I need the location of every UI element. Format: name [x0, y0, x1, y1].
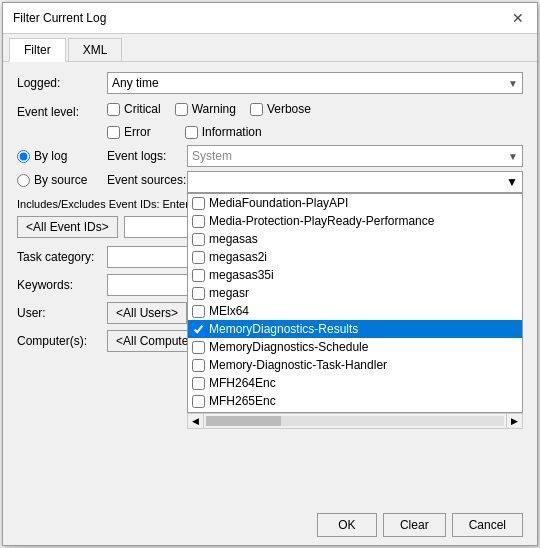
- list-item[interactable]: Microsoft DLNA Namespace: [188, 410, 522, 413]
- event-sources-list[interactable]: MediaFoundation-PlayAPI Media-Protection…: [187, 193, 523, 413]
- list-item[interactable]: MElx64: [188, 302, 522, 320]
- information-label: Information: [202, 125, 262, 139]
- item-label: megasr: [209, 286, 249, 300]
- scroll-track[interactable]: [206, 416, 504, 426]
- item-checkbox[interactable]: [192, 215, 205, 228]
- list-item[interactable]: megasas35i: [188, 266, 522, 284]
- list-item[interactable]: megasas2i: [188, 248, 522, 266]
- item-checkbox[interactable]: [192, 377, 205, 390]
- bylog-row: By log Event logs: System ▼: [17, 145, 523, 167]
- bysource-row: By source Event sources: ▼ MediaFoundati…: [17, 171, 523, 193]
- information-checkbox-label[interactable]: Information: [185, 125, 262, 139]
- item-checkbox[interactable]: [192, 287, 205, 300]
- event-logs-value: System: [192, 149, 232, 163]
- logged-dropdown-arrow: ▼: [508, 78, 518, 89]
- list-item-selected[interactable]: MemoryDiagnostics-Results: [188, 320, 522, 338]
- information-checkbox[interactable]: [185, 126, 198, 139]
- logged-value: Any time: [112, 76, 159, 90]
- event-logs-arrow: ▼: [508, 151, 518, 162]
- dialog-content: Logged: Any time ▼ Event level: Critical…: [3, 62, 537, 368]
- scroll-right-button[interactable]: ▶: [506, 414, 522, 428]
- all-event-ids-button[interactable]: <All Event IDs>: [17, 216, 118, 238]
- list-item[interactable]: MFH264Enc: [188, 374, 522, 392]
- scroll-left-button[interactable]: ◀: [188, 414, 204, 428]
- item-checkbox[interactable]: [192, 341, 205, 354]
- computer-label: Computer(s):: [17, 334, 107, 348]
- event-sources-trigger[interactable]: ▼: [187, 171, 523, 193]
- item-checkbox[interactable]: [192, 269, 205, 282]
- ok-button[interactable]: OK: [317, 513, 377, 537]
- tab-xml[interactable]: XML: [68, 38, 123, 61]
- critical-checkbox-label[interactable]: Critical: [107, 102, 161, 116]
- bylog-label: By log: [34, 149, 67, 163]
- task-category-label: Task category:: [17, 250, 107, 264]
- event-sources-arrow: ▼: [506, 175, 518, 189]
- error-label: Error: [124, 125, 151, 139]
- warning-checkbox[interactable]: [175, 103, 188, 116]
- bottom-buttons: OK Clear Cancel: [303, 505, 537, 545]
- bysource-label: By source: [34, 173, 87, 187]
- verbose-label: Verbose: [267, 102, 311, 116]
- all-users-button[interactable]: <All Users>: [107, 302, 187, 324]
- tab-bar: Filter XML: [3, 34, 537, 62]
- item-label: Memory-Diagnostic-Task-Handler: [209, 358, 387, 372]
- error-checkbox[interactable]: [107, 126, 120, 139]
- bysource-radio[interactable]: [17, 174, 30, 187]
- cancel-button[interactable]: Cancel: [452, 513, 523, 537]
- verbose-checkbox[interactable]: [250, 103, 263, 116]
- event-level-row: Event level: Critical Warning Verbose: [17, 102, 523, 121]
- clear-button[interactable]: Clear: [383, 513, 446, 537]
- horizontal-scrollbar[interactable]: ◀ ▶: [187, 413, 523, 429]
- item-label: megasas: [209, 232, 258, 246]
- tab-filter[interactable]: Filter: [9, 38, 66, 62]
- verbose-checkbox-label[interactable]: Verbose: [250, 102, 311, 116]
- item-checkbox[interactable]: [192, 251, 205, 264]
- item-label: MediaFoundation-PlayAPI: [209, 196, 348, 210]
- event-level-label: Event level:: [17, 105, 107, 119]
- item-label: MFH264Enc: [209, 376, 276, 390]
- list-item[interactable]: megasr: [188, 284, 522, 302]
- event-level-row2: Error Information: [17, 125, 523, 139]
- warning-checkbox-label[interactable]: Warning: [175, 102, 236, 116]
- item-label: Media-Protection-PlayReady-Performance: [209, 214, 434, 228]
- warning-label: Warning: [192, 102, 236, 116]
- item-checkbox[interactable]: [192, 359, 205, 372]
- item-checkbox[interactable]: [192, 305, 205, 318]
- item-label: MemoryDiagnostics-Schedule: [209, 340, 368, 354]
- item-label: megasas35i: [209, 268, 274, 282]
- list-item[interactable]: MFH265Enc: [188, 392, 522, 410]
- logged-dropdown[interactable]: Any time ▼: [107, 72, 523, 94]
- item-label: megasas2i: [209, 250, 267, 264]
- list-item[interactable]: Media-Protection-PlayReady-Performance: [188, 212, 522, 230]
- item-checkbox[interactable]: [192, 233, 205, 246]
- event-logs-label: Event logs:: [107, 149, 187, 163]
- error-checkbox-label[interactable]: Error: [107, 125, 151, 139]
- event-logs-dropdown[interactable]: System ▼: [187, 145, 523, 167]
- event-sources-label: Event sources:: [107, 171, 187, 187]
- logged-row: Logged: Any time ▼: [17, 72, 523, 94]
- critical-checkbox[interactable]: [107, 103, 120, 116]
- list-item[interactable]: megasas: [188, 230, 522, 248]
- item-label: MElx64: [209, 304, 249, 318]
- bylog-radio[interactable]: [17, 150, 30, 163]
- bysource-radio-label[interactable]: By source: [17, 171, 107, 187]
- item-checkbox[interactable]: [192, 197, 205, 210]
- list-item[interactable]: MediaFoundation-PlayAPI: [188, 194, 522, 212]
- user-label: User:: [17, 306, 107, 320]
- title-bar: Filter Current Log ✕: [3, 3, 537, 34]
- item-checkbox[interactable]: [192, 323, 205, 336]
- item-label: MemoryDiagnostics-Results: [209, 322, 358, 336]
- close-button[interactable]: ✕: [509, 9, 527, 27]
- item-label: Microsoft DLNA Namespace: [209, 412, 360, 413]
- critical-label: Critical: [124, 102, 161, 116]
- item-label: MFH265Enc: [209, 394, 276, 408]
- item-checkbox[interactable]: [192, 395, 205, 408]
- list-item[interactable]: MemoryDiagnostics-Schedule: [188, 338, 522, 356]
- item-checkbox[interactable]: [192, 413, 205, 414]
- dialog-title: Filter Current Log: [13, 11, 106, 25]
- filter-current-log-dialog: Filter Current Log ✕ Filter XML Logged: …: [2, 2, 538, 546]
- list-item[interactable]: Memory-Diagnostic-Task-Handler: [188, 356, 522, 374]
- scroll-thumb[interactable]: [206, 416, 281, 426]
- logged-label: Logged:: [17, 76, 107, 90]
- bylog-radio-label[interactable]: By log: [17, 149, 107, 163]
